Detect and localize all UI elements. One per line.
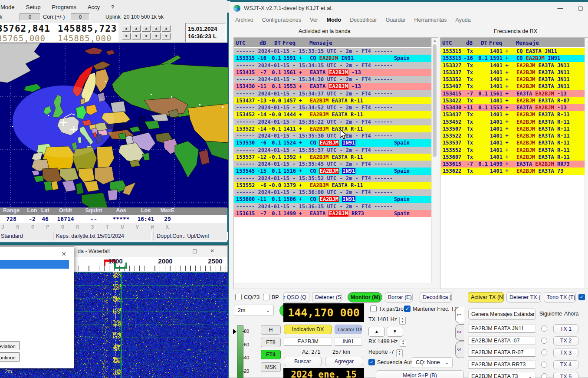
tx-up-button[interactable]: ▲	[368, 327, 385, 337]
tx-tab-2[interactable]: 2	[455, 324, 464, 341]
dx-grid-field[interactable]: IN91	[335, 337, 362, 346]
cq-select[interactable]: CQ: None⌄	[412, 357, 453, 368]
decode-row[interactable]: 153615-70.11499+EA3TA EA2BJM RR73Spain	[234, 210, 431, 217]
hold-tx-freq-checkbox[interactable]: ✓	[404, 306, 411, 312]
spinner-arrows-icon[interactable]: ▲▼	[400, 339, 406, 347]
decode-row[interactable]: 153430-110.11553+EA3TA EA2BJM -13	[234, 83, 431, 90]
decode-row[interactable]: 153452Tx1401+EA2BJM EA3TA R-11	[441, 118, 585, 125]
freq-down-3[interactable]: ▼	[152, 33, 161, 39]
band-activity-scrollbar[interactable]: ▲ ▼	[431, 38, 438, 288]
tune-button[interactable]: Tono TX (T)	[544, 292, 576, 302]
halt-tx-button[interactable]: Detener TX (H)	[506, 292, 541, 302]
decode-row[interactable]: 153607Tx1401+EA2BJM EA3TA R-11	[441, 154, 585, 161]
monitor-button[interactable]: Monitor (M)	[348, 292, 382, 302]
tx-message-field[interactable]: EA2BJM EA3TA -07	[468, 336, 535, 345]
maximize-icon[interactable]: ▢	[576, 4, 585, 13]
spinner-arrows-icon[interactable]: ▲▼	[396, 349, 403, 357]
decode-row[interactable]: 153552-6-0.01379+EA2BJM EA3TA R-11	[234, 182, 431, 189]
decode-row[interactable]: 153407Tx1401+EA2BJM EA3TA JN11	[441, 83, 585, 90]
decode-row[interactable]: ------ 2024-01-15 - 15:34:30 UTC - 2m - …	[234, 76, 431, 83]
decode-row[interactable]: ------ 2024-01-15 - 15:35:37 UTC - 2m - …	[234, 147, 431, 154]
menu-ver[interactable]: Ver	[310, 17, 318, 23]
dx-call-button[interactable]: Indicativo DX	[284, 325, 332, 334]
next-radio[interactable]	[541, 373, 547, 378]
band-select[interactable]: 2m⌄	[234, 305, 274, 316]
decode-row[interactable]: 153600-110.11506+CQ EA2BJM IN91Spain	[234, 196, 431, 203]
dial-frequency-display[interactable]: 144,170 000	[283, 303, 364, 322]
tx-message-field[interactable]: EA2BJM EA3TA RR73	[468, 360, 535, 369]
decode-row[interactable]: 153437Tx1401+EA2BJM EA3TA R-11	[441, 111, 585, 118]
decode-row[interactable]: ------ 2024-01-15 - 15:35:22 UTC - 2m - …	[234, 118, 431, 125]
maximize-icon[interactable]: ▢	[191, 248, 198, 255]
decode-row[interactable]: 153352Tx1401+EA2BJM EA3TA JN11	[441, 76, 585, 83]
decode-row[interactable]: ------ 2024-01-15 - 15:36:00 UTC - 2m - …	[234, 189, 431, 196]
decode-row[interactable]: ------ 2024-01-15 - 15:35:45 UTC - 2m - …	[234, 161, 431, 168]
sat-menu-programs[interactable]: Programs	[52, 4, 76, 10]
rx-freq-spinner[interactable]: RX 1499 Hz▲▼	[368, 339, 406, 347]
deviation-button[interactable]: Deviation	[0, 341, 20, 350]
freq-up-2[interactable]: ▲	[142, 25, 151, 32]
decode-row[interactable]: ------ 2024-01-15 - 15:36:15 UTC - 2m - …	[234, 203, 431, 210]
sat-menu-accy[interactable]: Accy	[88, 4, 100, 10]
lookup-button[interactable]: Buscar	[284, 357, 322, 366]
satellite-letter-tabs[interactable]: J N O P Q R S T U V W X	[0, 224, 231, 231]
decode-row[interactable]: 153437-13-0.01457+EA2BJM EA3TA R-11	[234, 97, 431, 104]
freq-down-2[interactable]: ▼	[142, 33, 151, 39]
menu-decodificar[interactable]: Decodificar	[350, 17, 377, 23]
best-sp-button[interactable]: Mejor S+P (B)	[376, 370, 464, 378]
freq-up-3[interactable]: ▲	[152, 25, 161, 32]
decode-row[interactable]: 153422Tx1401+EA2BJM EA3TA R-07	[441, 97, 585, 104]
freq-down-1[interactable]: ▼	[132, 33, 141, 39]
mode-button-ft4[interactable]: FT4	[261, 350, 281, 359]
decode-row[interactable]: 153537-12-0.11392+EA2BJM EA3TA R-11	[234, 154, 431, 161]
decode-row[interactable]: ------ 2024-01-15 - 15:35:52 UTC - 2m - …	[234, 175, 431, 182]
decode-row[interactable]: 153415-70.11561+EA3TA EA2BJM -13	[441, 90, 585, 97]
tx-now-button[interactable]: TX 1	[553, 324, 578, 333]
uplink-corr-value[interactable]: 0	[71, 13, 90, 21]
mode-button-msk[interactable]: MSK	[261, 362, 281, 372]
selected-list-item[interactable]	[0, 260, 69, 269]
decode-row[interactable]: 153315-160.11591+CQ EA2BJM IN91Spain	[234, 55, 431, 62]
menus-checkbox[interactable]: ✓	[578, 294, 585, 300]
next-radio[interactable]	[541, 325, 547, 332]
menu-configuraciones[interactable]: Configuraciones	[262, 17, 301, 23]
enable-tx-button[interactable]: Activar TX (N)	[468, 292, 504, 302]
decode-row[interactable]: 153507Tx1401+EA2BJM EA3TA R-11	[441, 125, 585, 132]
menu-guardar[interactable]: Guardar	[386, 17, 406, 23]
downlink-corr-value[interactable]: 0	[20, 13, 40, 21]
decode-row[interactable]: 153452-14-0.01444+EA2BJM EA3TA R-11	[234, 111, 431, 118]
continue-button[interactable]: Continue	[0, 352, 20, 362]
tx-message-field[interactable]: EA2BJM EA3TA R-07	[468, 348, 535, 357]
log-qso-button[interactable]: Guardar QSO (Q	[283, 292, 309, 302]
sat-menu-mode[interactable]: Mode	[0, 4, 15, 10]
mode-button-ft8[interactable]: FT8	[261, 338, 281, 347]
tx-even-checkbox[interactable]	[370, 306, 377, 312]
stop-button[interactable]: Detener (S)	[312, 292, 342, 302]
freq-down-4[interactable]: ▼	[162, 33, 171, 39]
decode-row[interactable]: 153337Tx1401+EA2BJM EA3TA JN11	[441, 69, 585, 76]
wsjtx-titlebar[interactable]: WSJT-X v2.7.1-devel by K1JT et al. — ▢	[229, 2, 588, 14]
dx-call-field[interactable]: EA2BJM	[284, 337, 332, 346]
menu-ayuda[interactable]: Ayuda	[456, 17, 471, 23]
close-icon[interactable]: ✕	[209, 248, 216, 255]
band-activity-hscrollbar[interactable]	[234, 283, 437, 288]
sat-menu-setup[interactable]: Setup	[26, 4, 41, 10]
bp-checkbox[interactable]	[263, 294, 269, 300]
report-spinner[interactable]: Reporte -7▲▼	[368, 349, 403, 357]
mode-button-h[interactable]: H	[261, 325, 281, 335]
minimize-icon[interactable]: —	[173, 248, 180, 255]
menu-herramientas[interactable]: Herramientas	[414, 17, 447, 23]
decode-row[interactable]: ------ 2024-01-15 - 15:35:30 UTC - 2m - …	[234, 132, 431, 139]
decode-row[interactable]: 153537Tx1401+EA2BJM EA3TA R-11	[441, 139, 585, 146]
decode-row[interactable]: ------ 2024-01-15 - 15:34:37 UTC - 2m - …	[234, 90, 431, 97]
tx-now-button[interactable]: TX 4	[553, 360, 578, 369]
tx-down-button[interactable]: ▼	[387, 327, 403, 337]
freq-up-0[interactable]: ▲	[122, 25, 131, 32]
tx-now-button[interactable]: TX 3	[553, 348, 578, 357]
minimize-icon[interactable]: —	[556, 4, 565, 13]
tx-now-button[interactable]: TX 5	[553, 372, 578, 378]
next-radio[interactable]	[541, 338, 547, 344]
decode-button[interactable]: Decodifica (D)	[420, 292, 452, 302]
next-radio[interactable]	[541, 349, 547, 355]
decode-row[interactable]: 153315-160.11591+CQ EA2BJM IN91	[441, 55, 585, 62]
